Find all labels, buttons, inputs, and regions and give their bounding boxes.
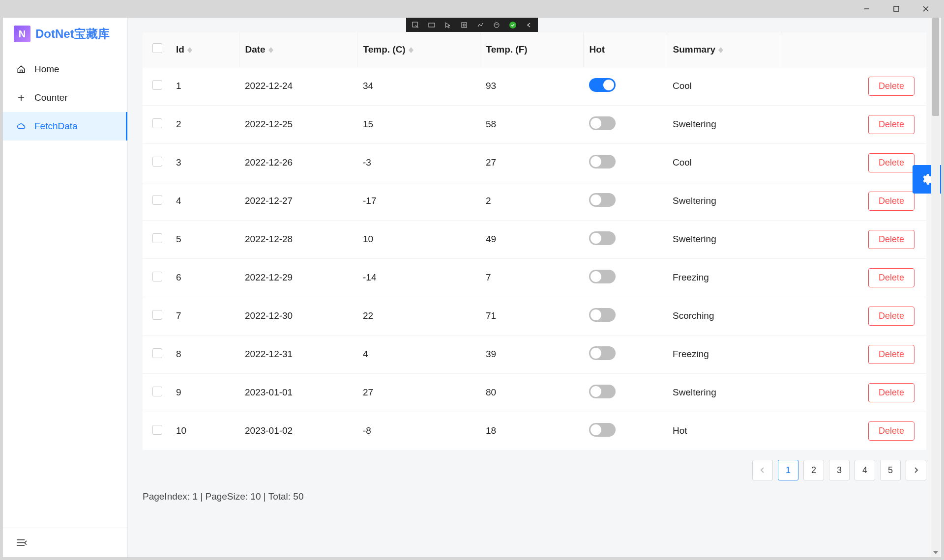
cell-date: 2022-12-27: [239, 182, 357, 220]
cell-date: 2022-12-26: [239, 143, 357, 182]
scroll-down-arrow-icon[interactable]: [931, 548, 940, 557]
dev-status-ok-icon[interactable]: [504, 18, 521, 32]
sidebar-item-fetchdata[interactable]: FetchData: [3, 112, 127, 140]
cell-summary: Scorching: [667, 297, 780, 335]
column-header-summary[interactable]: Summary: [673, 44, 716, 55]
delete-button[interactable]: Delete: [868, 115, 914, 134]
hot-switch[interactable]: [589, 116, 616, 130]
browser-scrollbar[interactable]: [931, 18, 940, 557]
pager-page-4[interactable]: 4: [855, 460, 875, 480]
table-row: 62022-12-29-147FreezingDelete: [143, 258, 926, 297]
column-header-id[interactable]: Id: [176, 44, 184, 55]
column-header-tempc[interactable]: Temp. (C): [363, 44, 406, 55]
row-checkbox[interactable]: [152, 425, 162, 435]
hot-switch[interactable]: [589, 423, 616, 437]
row-checkbox[interactable]: [152, 195, 162, 205]
sidebar-item-home[interactable]: Home: [3, 55, 127, 84]
delete-button[interactable]: Delete: [868, 307, 914, 326]
dev-record-icon[interactable]: [423, 18, 440, 32]
sort-icon[interactable]: [268, 47, 273, 53]
hot-switch[interactable]: [589, 270, 616, 283]
collapse-sidebar-icon: [17, 539, 27, 547]
cell-tempc: -14: [357, 258, 480, 297]
sort-icon[interactable]: [409, 47, 413, 53]
window-minimize-button[interactable]: [853, 0, 881, 18]
hot-switch[interactable]: [589, 385, 616, 398]
sidebar-item-counter[interactable]: Counter: [3, 84, 127, 112]
row-checkbox[interactable]: [152, 233, 162, 243]
delete-button[interactable]: Delete: [868, 153, 914, 172]
select-all-checkbox[interactable]: [152, 43, 162, 53]
cell-tempc: 34: [357, 67, 480, 105]
delete-button[interactable]: Delete: [868, 268, 914, 287]
cell-id: 3: [170, 143, 239, 182]
svg-rect-5: [429, 23, 435, 27]
dev-inspect-icon[interactable]: [407, 18, 423, 32]
data-table-card: Id Date Temp. (C) Temp. (F) Hot Summary …: [143, 32, 926, 450]
column-header-date[interactable]: Date: [245, 44, 266, 55]
pager-page-3[interactable]: 3: [829, 460, 850, 480]
cell-tempf: 49: [480, 220, 583, 258]
window-close-button[interactable]: [912, 0, 940, 18]
delete-button[interactable]: Delete: [868, 77, 914, 96]
delete-button[interactable]: Delete: [868, 192, 914, 211]
cell-id: 5: [170, 220, 239, 258]
sort-icon[interactable]: [718, 47, 723, 53]
plus-icon: [17, 93, 26, 102]
hot-switch[interactable]: [589, 155, 616, 168]
cell-id: 9: [170, 373, 239, 412]
cell-date: 2023-01-02: [239, 412, 357, 450]
delete-button[interactable]: Delete: [868, 230, 914, 249]
column-header-tempf[interactable]: Temp. (F): [486, 44, 528, 55]
cell-tempf: 27: [480, 143, 583, 182]
sidebar-collapse-button[interactable]: [3, 528, 127, 557]
hot-switch[interactable]: [589, 78, 616, 92]
row-checkbox[interactable]: [152, 118, 162, 128]
column-header-hot[interactable]: Hot: [590, 44, 605, 55]
delete-button[interactable]: Delete: [868, 421, 914, 441]
hot-switch[interactable]: [589, 308, 616, 322]
row-checkbox[interactable]: [152, 310, 162, 320]
row-checkbox[interactable]: [152, 157, 162, 167]
dev-refresh-icon[interactable]: [488, 18, 504, 32]
pager-prev[interactable]: [752, 460, 773, 480]
row-checkbox[interactable]: [152, 387, 162, 396]
pager-next[interactable]: [906, 460, 926, 480]
scroll-thumb[interactable]: [932, 18, 939, 116]
cell-summary: Cool: [667, 67, 780, 105]
content-area: Id Date Temp. (C) Temp. (F) Hot Summary …: [128, 18, 941, 557]
cell-summary: Sweltering: [667, 105, 780, 143]
row-checkbox[interactable]: [152, 272, 162, 281]
dev-collapse-icon[interactable]: [521, 18, 537, 32]
home-icon: [17, 65, 26, 74]
hot-switch[interactable]: [589, 193, 616, 207]
delete-button[interactable]: Delete: [868, 345, 914, 364]
cell-tempf: 39: [480, 335, 583, 373]
dev-square-icon[interactable]: [456, 18, 472, 32]
svg-rect-7: [463, 24, 465, 26]
dev-cursor-icon[interactable]: [440, 18, 456, 32]
pager-page-5[interactable]: 5: [880, 460, 901, 480]
pager-page-2[interactable]: 2: [803, 460, 824, 480]
hot-switch[interactable]: [589, 346, 616, 360]
cell-id: 6: [170, 258, 239, 297]
cell-tempf: 93: [480, 67, 583, 105]
table-row: 22022-12-251558SwelteringDelete: [143, 105, 926, 143]
window-maximize-button[interactable]: [882, 0, 911, 18]
cell-id: 10: [170, 412, 239, 450]
row-checkbox[interactable]: [152, 348, 162, 358]
pager-page-1[interactable]: 1: [778, 460, 798, 480]
cell-date: 2023-01-01: [239, 373, 357, 412]
window-titlebar: [0, 0, 944, 18]
cell-date: 2022-12-31: [239, 335, 357, 373]
delete-button[interactable]: Delete: [868, 383, 914, 402]
sort-icon[interactable]: [187, 47, 192, 53]
sidebar: DotNet宝藏库 HomeCounterFetchData: [3, 18, 128, 557]
cell-date: 2022-12-28: [239, 220, 357, 258]
svg-rect-1: [894, 6, 899, 11]
dev-network-icon[interactable]: [472, 18, 488, 32]
dev-toolbar: [406, 18, 538, 32]
row-checkbox[interactable]: [152, 80, 162, 90]
pagination: 12345: [143, 460, 926, 480]
hot-switch[interactable]: [589, 231, 616, 245]
